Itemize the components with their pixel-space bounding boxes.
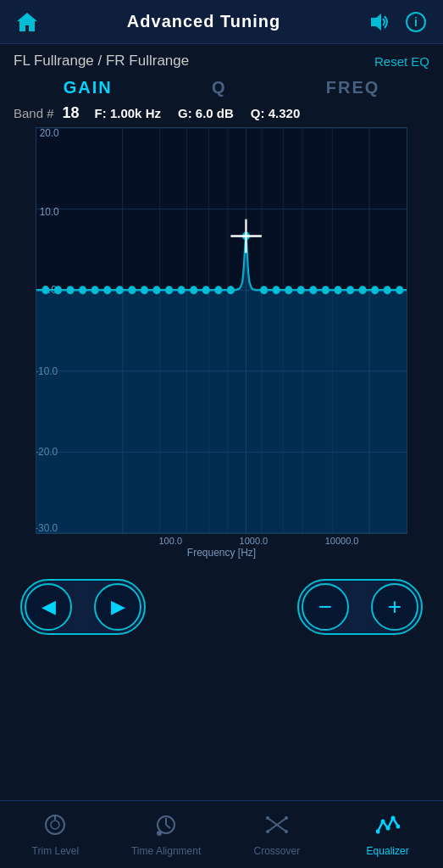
- nav-item-equalizer[interactable]: Equalizer: [332, 813, 443, 857]
- q-detail: Q: 4.320: [251, 106, 300, 120]
- svg-point-44: [260, 286, 268, 294]
- svg-text:10.0: 10.0: [40, 205, 59, 218]
- crossover-label: Crossover: [254, 845, 301, 857]
- svg-point-64: [157, 831, 162, 836]
- gain-value: 6.0: [196, 106, 213, 120]
- increase-button[interactable]: +: [371, 583, 418, 631]
- x-label-10000: 10000.0: [325, 536, 359, 546]
- svg-point-31: [91, 286, 99, 294]
- tab-freq[interactable]: FREQ: [309, 76, 397, 99]
- svg-point-36: [152, 286, 160, 294]
- freq-label: F:: [95, 106, 107, 120]
- freq-detail: F: 1.00k Hz: [95, 106, 161, 120]
- pill-gap-left: [75, 583, 91, 631]
- page-title: Advanced Tuning: [127, 12, 280, 31]
- svg-point-51: [346, 286, 354, 294]
- svg-point-38: [178, 286, 186, 294]
- gain-detail: G: 6.0 dB: [178, 106, 234, 120]
- speaker-icon[interactable]: [367, 8, 394, 36]
- tab-q[interactable]: Q: [195, 76, 244, 99]
- svg-point-52: [359, 286, 367, 294]
- svg-point-50: [334, 286, 341, 294]
- equalizer-icon: [376, 813, 400, 842]
- q-label: Q:: [251, 106, 265, 120]
- svg-point-55: [396, 286, 403, 294]
- svg-line-63: [166, 825, 170, 828]
- pill-gap-right: [352, 583, 368, 631]
- tab-gain[interactable]: GAIN: [47, 76, 130, 99]
- svg-point-40: [202, 286, 210, 294]
- trim-icon: [43, 813, 67, 842]
- svg-point-73: [385, 826, 390, 830]
- chart-svg: 20.0 10.0 0.0 -10.0 -20.0 -30.0: [36, 128, 407, 533]
- equalizer-label: Equalizer: [367, 845, 409, 857]
- svg-point-48: [309, 286, 317, 294]
- sub-header: FL Fullrange / FR Fullrange Reset EQ: [0, 44, 443, 73]
- q-value: 4.320: [269, 106, 301, 120]
- x-label-100: 100.0: [159, 536, 183, 546]
- svg-point-42: [227, 286, 235, 294]
- info-icon[interactable]: i: [402, 8, 429, 36]
- svg-point-74: [390, 815, 395, 820]
- eq-tabs: GAIN Q FREQ: [0, 73, 443, 101]
- freq-unit: Hz: [146, 106, 161, 120]
- svg-point-33: [116, 286, 124, 294]
- svg-point-69: [266, 816, 269, 820]
- home-icon[interactable]: [14, 8, 41, 36]
- header-icons: i: [367, 8, 429, 36]
- svg-text:20.0: 20.0: [40, 128, 59, 139]
- chart-wrapper: Magnitude [dB] Overlay: [27, 127, 416, 559]
- svg-point-72: [380, 819, 385, 823]
- svg-point-30: [79, 286, 86, 294]
- bottom-controls: ◀ ▶ − +: [0, 565, 443, 648]
- svg-point-35: [141, 286, 148, 294]
- freq-value: 1.00k: [110, 106, 142, 120]
- band-prefix-label: Band #: [14, 106, 54, 120]
- svg-point-46: [285, 286, 292, 294]
- nav-item-crossover[interactable]: Crossover: [222, 813, 333, 857]
- time-label: Time Alignment: [131, 845, 201, 857]
- svg-point-32: [103, 286, 111, 294]
- svg-point-53: [371, 286, 379, 294]
- svg-point-49: [322, 286, 329, 294]
- header: Advanced Tuning i: [0, 0, 443, 44]
- band-number: 18: [63, 104, 80, 122]
- trim-label: Trim Level: [32, 845, 80, 857]
- svg-point-39: [190, 286, 197, 294]
- svg-marker-0: [371, 14, 381, 31]
- band-info: Band # 18 F: 1.00k Hz G: 6.0 dB Q: 4.320: [0, 101, 443, 127]
- svg-point-54: [384, 286, 391, 294]
- channel-label: FL Fullrange / FR Fullrange: [14, 53, 189, 70]
- gain-label: G:: [178, 106, 192, 120]
- time-alignment-icon: [154, 813, 178, 842]
- svg-point-47: [297, 286, 305, 294]
- prev-band-button[interactable]: ◀: [25, 583, 72, 631]
- svg-point-28: [54, 286, 62, 294]
- svg-point-41: [214, 286, 222, 294]
- crossover-icon: [265, 813, 289, 842]
- svg-point-70: [285, 830, 288, 833]
- eq-chart[interactable]: Overlay: [36, 127, 407, 534]
- reset-eq-button[interactable]: Reset EQ: [374, 54, 429, 69]
- x-axis-label: Frequency [Hz]: [27, 547, 416, 559]
- next-band-button[interactable]: ▶: [94, 583, 141, 631]
- bottom-nav: Trim Level Time Alignment Crossover: [0, 800, 443, 868]
- svg-point-29: [67, 286, 75, 294]
- value-adjust-control: − +: [297, 579, 423, 635]
- svg-point-59: [51, 821, 59, 829]
- svg-point-68: [285, 816, 288, 820]
- svg-point-37: [165, 286, 173, 294]
- gain-unit: dB: [217, 106, 234, 120]
- svg-point-27: [42, 286, 49, 294]
- x-label-1000: 1000.0: [240, 536, 269, 546]
- nav-item-trim[interactable]: Trim Level: [0, 813, 111, 857]
- decrease-button[interactable]: −: [302, 583, 349, 631]
- svg-point-67: [266, 830, 269, 833]
- svg-point-45: [273, 286, 280, 294]
- nav-item-time[interactable]: Time Alignment: [111, 813, 222, 857]
- svg-point-34: [128, 286, 136, 294]
- band-nav-control: ◀ ▶: [20, 579, 146, 635]
- svg-text:i: i: [414, 15, 418, 29]
